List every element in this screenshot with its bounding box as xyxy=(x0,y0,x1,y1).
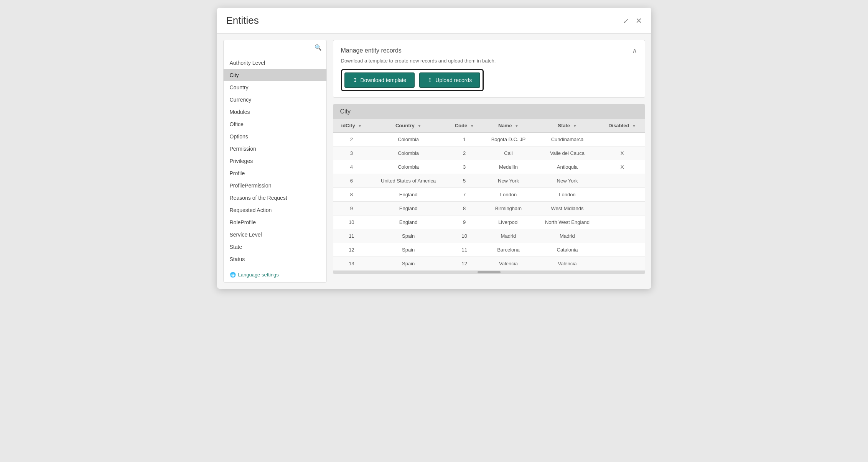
search-input[interactable] xyxy=(228,44,311,51)
cell-state: Valle del Cauca xyxy=(535,146,600,160)
cell-country: Colombia xyxy=(370,133,447,146)
sidebar-item-authority-level[interactable]: Authority Level xyxy=(224,57,326,69)
upload-icon: ↥ xyxy=(428,77,432,83)
page-title: Entities xyxy=(226,15,259,26)
table-row: 4 Colombia 3 Medellín Antioquia X xyxy=(333,160,645,174)
globe-icon: 🌐 xyxy=(230,272,236,278)
cell-state: West Midlands xyxy=(535,202,600,215)
cell-state: North West England xyxy=(535,215,600,229)
filter-icon-idcity[interactable]: ▼ xyxy=(358,124,362,128)
close-icon[interactable]: ✕ xyxy=(636,16,642,25)
cell-disabled xyxy=(600,174,645,188)
cell-country: England xyxy=(370,202,447,215)
sidebar-item-reasons-of-the-request[interactable]: Reasons of the Request xyxy=(224,192,326,204)
col-header-state[interactable]: State ▼ xyxy=(535,119,600,133)
cell-code: 2 xyxy=(447,146,482,160)
filter-icon-state[interactable]: ▼ xyxy=(573,124,577,128)
collapse-icon[interactable]: ∧ xyxy=(632,46,637,55)
cell-idcity: 8 xyxy=(333,188,370,202)
download-template-label: Download template xyxy=(361,77,407,83)
cell-code: 1 xyxy=(447,133,482,146)
table-title-bar: City xyxy=(333,104,645,119)
download-template-button[interactable]: ↧ Download template xyxy=(344,72,415,88)
cell-name: Valencia xyxy=(482,257,535,271)
cell-name: Barcelona xyxy=(482,243,535,257)
table-row: 12 Spain 11 Barcelona Catalonia xyxy=(333,243,645,257)
cell-disabled xyxy=(600,202,645,215)
col-header-disabled[interactable]: Disabled ▼ xyxy=(600,119,645,133)
cell-name: Medellín xyxy=(482,160,535,174)
table-row: 9 England 8 Birmingham West Midlands xyxy=(333,202,645,215)
sidebar-item-office[interactable]: Office xyxy=(224,118,326,130)
cell-state: New York xyxy=(535,174,600,188)
cell-idcity: 10 xyxy=(333,215,370,229)
col-header-idcity[interactable]: idCity ▼ xyxy=(333,119,370,133)
col-header-code[interactable]: Code ▼ xyxy=(447,119,482,133)
sidebar-item-country[interactable]: Country xyxy=(224,81,326,94)
sidebar-item-profilepermission[interactable]: ProfilePermission xyxy=(224,179,326,192)
sidebar-item-requested-action[interactable]: Requested Action xyxy=(224,204,326,216)
table-row: 3 Colombia 2 Cali Valle del Cauca X xyxy=(333,146,645,160)
upload-records-button[interactable]: ↥ Upload records xyxy=(419,72,480,88)
cell-country: Colombia xyxy=(370,160,447,174)
title-bar: Entities ⤢ ✕ xyxy=(217,8,651,34)
main-content: 🔍 Authority Level City Country Currency … xyxy=(217,34,651,289)
expand-icon[interactable]: ⤢ xyxy=(623,16,629,25)
sidebar-item-modules[interactable]: Modules xyxy=(224,106,326,118)
sidebar-item-status[interactable]: Status xyxy=(224,253,326,265)
cell-code: 11 xyxy=(447,243,482,257)
filter-icon-disabled[interactable]: ▼ xyxy=(632,124,636,128)
cell-idcity: 11 xyxy=(333,229,370,243)
cell-disabled xyxy=(600,133,645,146)
cell-name: Birmingham xyxy=(482,202,535,215)
cell-name: New York xyxy=(482,174,535,188)
cell-state: London xyxy=(535,188,600,202)
sidebar-item-roleprofile[interactable]: RoleProfile xyxy=(224,216,326,229)
sidebar-item-city[interactable]: City xyxy=(224,69,326,81)
cell-state: Antioquia xyxy=(535,160,600,174)
col-header-name[interactable]: Name ▼ xyxy=(482,119,535,133)
filter-icon-country[interactable]: ▼ xyxy=(417,124,421,128)
main-window: Entities ⤢ ✕ 🔍 Authority Level City Coun… xyxy=(217,8,651,289)
cell-name: London xyxy=(482,188,535,202)
manage-card: Manage entity records ∧ Download a templ… xyxy=(333,40,645,98)
table-row: 11 Spain 10 Madrid Madrid xyxy=(333,229,645,243)
sidebar-item-state[interactable]: State xyxy=(224,241,326,253)
cell-country: Spain xyxy=(370,229,447,243)
cell-country: England xyxy=(370,215,447,229)
title-bar-icons: ⤢ ✕ xyxy=(623,16,642,25)
language-settings-link[interactable]: 🌐 Language settings xyxy=(230,272,320,278)
buttons-highlight-box: ↧ Download template ↥ Upload records xyxy=(341,69,484,91)
sidebar-item-options[interactable]: Options xyxy=(224,130,326,143)
cell-disabled xyxy=(600,243,645,257)
cell-idcity: 9 xyxy=(333,202,370,215)
col-header-country[interactable]: Country ▼ xyxy=(370,119,447,133)
sidebar-item-privileges[interactable]: Privileges xyxy=(224,155,326,167)
manage-card-title: Manage entity records xyxy=(341,47,402,54)
sidebar-item-service-level[interactable]: Service Level xyxy=(224,229,326,241)
sidebar-item-profile[interactable]: Profile xyxy=(224,167,326,179)
filter-icon-name[interactable]: ▼ xyxy=(515,124,519,128)
search-icon: 🔍 xyxy=(315,44,322,51)
cell-idcity: 12 xyxy=(333,243,370,257)
table-header-row: idCity ▼ Country ▼ Code ▼ Name ▼ State ▼… xyxy=(333,119,645,133)
filter-icon-code[interactable]: ▼ xyxy=(470,124,474,128)
cell-idcity: 2 xyxy=(333,133,370,146)
cell-country: Spain xyxy=(370,243,447,257)
cell-disabled xyxy=(600,257,645,271)
cell-idcity: 4 xyxy=(333,160,370,174)
scrollbar-indicator[interactable] xyxy=(333,271,645,274)
cell-code: 8 xyxy=(447,202,482,215)
cell-idcity: 3 xyxy=(333,146,370,160)
table-body: 2 Colombia 1 Bogota D.C. JP Cundinamarca… xyxy=(333,133,645,271)
cell-disabled xyxy=(600,229,645,243)
manage-buttons: ↧ Download template ↥ Upload records xyxy=(344,72,481,88)
table-row: 13 Spain 12 Valencia Valencia xyxy=(333,257,645,271)
manage-card-description: Download a template to create new record… xyxy=(341,58,637,64)
sidebar-item-permission[interactable]: Permission xyxy=(224,143,326,155)
cell-state: Valencia xyxy=(535,257,600,271)
sidebar-item-currency[interactable]: Currency xyxy=(224,94,326,106)
table-row: 8 England 7 London London xyxy=(333,188,645,202)
download-icon: ↧ xyxy=(353,77,357,83)
right-panel: Manage entity records ∧ Download a templ… xyxy=(333,40,645,283)
